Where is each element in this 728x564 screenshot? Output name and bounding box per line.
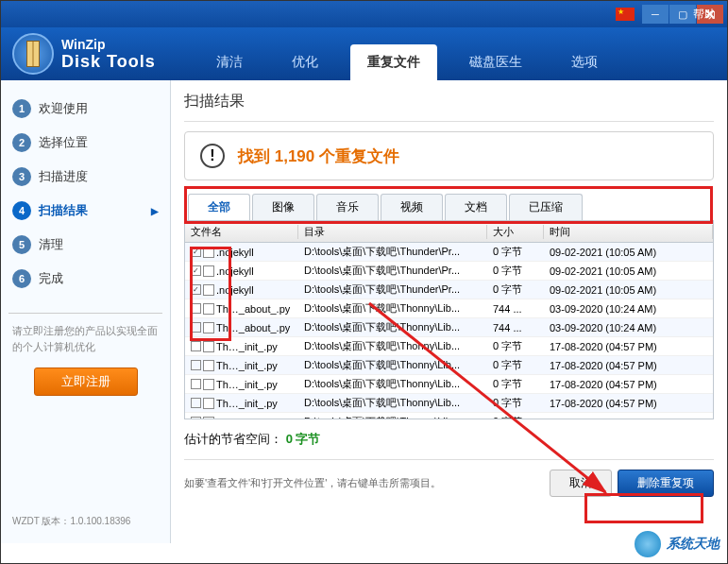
app-window: ─ ▢ ✕ WinZip Disk Tools 清洁优化重复文件磁盘医生选项 帮… — [0, 0, 728, 564]
file-icon — [203, 322, 214, 333]
row-checkbox[interactable] — [191, 303, 201, 314]
step-label: 清理 — [39, 236, 63, 253]
hint-text: 如要'查看文件'和'打开文件位置'，请右键单击所需项目。 — [184, 476, 544, 490]
minimize-button[interactable]: ─ — [642, 5, 669, 24]
row-checkbox[interactable] — [191, 398, 201, 408]
main-tab-3[interactable]: 磁盘医生 — [452, 44, 539, 80]
file-name: Th…_about_.py — [216, 303, 290, 315]
table-row[interactable]: .nojekyllD:\tools\桌面\下载吧\Thunder\Pr...0 … — [185, 243, 713, 262]
content: 扫描结果 ! 找到 1,190 个重复文件 全部图像音乐视频文档已压缩 文件名 … — [171, 80, 727, 543]
filter-tab-0[interactable]: 全部 — [188, 194, 250, 220]
main-tab-1[interactable]: 优化 — [275, 44, 335, 80]
step-label: 扫描结果 — [39, 202, 88, 219]
step-num-icon: 2 — [12, 133, 31, 152]
col-name[interactable]: 文件名 — [185, 225, 298, 239]
divider — [184, 459, 714, 460]
estimate: 估计的节省空间： 0 字节 — [184, 431, 714, 448]
file-size: 0 字节 — [487, 396, 544, 410]
page-title: 扫描结果 — [184, 92, 714, 111]
main-tab-4[interactable]: 选项 — [554, 44, 615, 80]
table-row[interactable]: Th…_init_.pyD:\tools\桌面\下载吧\Thonny\Lib..… — [185, 356, 713, 375]
bottom-bar: 如要'查看文件'和'打开文件位置'，请右键单击所需项目。 取消 删除重复项 — [184, 470, 714, 497]
file-size: 0 字节 — [487, 282, 544, 297]
row-checkbox[interactable] — [191, 265, 201, 276]
file-dir: D:\tools\桌面\下载吧\Thonny\Lib... — [298, 339, 487, 353]
step-label: 选择位置 — [39, 134, 88, 151]
file-time: 17-08-2020 (04:57 PM) — [544, 417, 713, 419]
body: 1欢迎使用2选择位置3扫描进度4扫描结果▶5清理6完成 请立即注册您的产品以实现… — [1, 80, 727, 543]
filter-tab-2[interactable]: 音乐 — [316, 194, 379, 220]
watermark-text: 系统天地 — [667, 536, 720, 553]
logo-line1: WinZip — [61, 37, 156, 52]
register-text: 请立即注册您的产品以实现全面的个人计算机优化 — [8, 323, 162, 354]
file-size: 744 ... — [487, 322, 544, 333]
step-5[interactable]: 5清理 — [8, 228, 162, 262]
table-row[interactable]: Th…_init_.pyD:\tools\桌面\下载吧\Thonny\Lib..… — [185, 413, 713, 419]
file-dir: D:\tools\桌面\下载吧\Thunder\Pr... — [298, 264, 487, 278]
chevron-right-icon: ▶ — [151, 206, 159, 216]
cancel-button[interactable]: 取消 — [550, 470, 612, 497]
step-num-icon: 4 — [12, 201, 31, 220]
col-dir[interactable]: 目录 — [298, 225, 487, 239]
row-checkbox[interactable] — [191, 322, 201, 333]
sidebar: 1欢迎使用2选择位置3扫描进度4扫描结果▶5清理6完成 请立即注册您的产品以实现… — [1, 80, 171, 543]
filter-tabs: 全部图像音乐视频文档已压缩 — [184, 194, 714, 221]
filter-tab-5[interactable]: 已压缩 — [509, 194, 583, 220]
file-name: .nojekyll — [216, 247, 254, 258]
row-checkbox[interactable] — [191, 360, 201, 370]
main-tab-2[interactable]: 重复文件 — [350, 44, 437, 80]
file-icon — [203, 247, 214, 258]
estimate-value: 0 字节 — [286, 432, 321, 446]
help-link[interactable]: 帮助 — [693, 7, 716, 23]
row-checkbox[interactable] — [191, 247, 201, 257]
maximize-button[interactable]: ▢ — [669, 5, 696, 24]
version-label: WZDT 版本：1.0.100.18396 — [8, 511, 162, 532]
main-tab-0[interactable]: 清洁 — [199, 44, 260, 80]
register-button[interactable]: 立即注册 — [34, 367, 138, 396]
step-label: 欢迎使用 — [39, 100, 88, 117]
row-checkbox[interactable] — [191, 417, 201, 419]
row-checkbox[interactable] — [191, 341, 201, 351]
file-name: Th…_init_.py — [216, 341, 278, 352]
col-size[interactable]: 大小 — [487, 225, 544, 239]
file-icon — [203, 284, 214, 296]
file-time: 17-08-2020 (04:57 PM) — [544, 379, 713, 390]
step-4[interactable]: 4扫描结果▶ — [8, 194, 162, 228]
logo-icon — [12, 33, 54, 75]
file-dir: D:\tools\桌面\下载吧\Thunder\Pr... — [298, 245, 487, 259]
step-6[interactable]: 6完成 — [8, 262, 162, 296]
table-row[interactable]: .nojekyllD:\tools\桌面\下载吧\Thunder\Pr...0 … — [185, 281, 713, 299]
file-icon — [203, 360, 214, 371]
table-row[interactable]: .nojekyllD:\tools\桌面\下载吧\Thunder\Pr...0 … — [185, 262, 713, 281]
col-time[interactable]: 时间 — [544, 225, 713, 239]
file-time: 17-08-2020 (04:57 PM) — [544, 360, 713, 371]
table-row[interactable]: Th…_init_.pyD:\tools\桌面\下载吧\Thonny\Lib..… — [185, 375, 713, 394]
file-size: 0 字节 — [487, 415, 544, 419]
filter-tab-4[interactable]: 文档 — [445, 194, 507, 220]
table-row[interactable]: Th…_init_.pyD:\tools\桌面\下载吧\Thonny\Lib..… — [185, 337, 713, 356]
file-time: 09-02-2021 (10:05 AM) — [544, 247, 713, 258]
file-time: 17-08-2020 (04:57 PM) — [544, 341, 713, 352]
file-icon — [203, 417, 214, 419]
file-name: .nojekyll — [216, 265, 254, 277]
flag-cn-icon[interactable] — [616, 8, 635, 21]
file-name: Th…_init_.py — [216, 398, 278, 409]
step-2[interactable]: 2选择位置 — [8, 126, 162, 160]
row-checkbox[interactable] — [191, 379, 201, 389]
titlebar: ─ ▢ ✕ — [1, 1, 727, 27]
table-row[interactable]: Th…_about_.pyD:\tools\桌面\下载吧\Thonny\Lib.… — [185, 318, 713, 337]
delete-duplicates-button[interactable]: 删除重复项 — [618, 470, 714, 497]
step-1[interactable]: 1欢迎使用 — [8, 92, 162, 126]
step-3[interactable]: 3扫描进度 — [8, 160, 162, 194]
filter-tab-3[interactable]: 视频 — [381, 194, 443, 220]
table-header: 文件名 目录 大小 时间 — [185, 222, 713, 243]
table-row[interactable]: Th…_about_.pyD:\tools\桌面\下载吧\Thonny\Lib.… — [185, 299, 713, 318]
file-dir: D:\tools\桌面\下载吧\Thonny\Lib... — [298, 358, 487, 372]
table-body[interactable]: .nojekyllD:\tools\桌面\下载吧\Thunder\Pr...0 … — [185, 243, 713, 419]
filter-tab-1[interactable]: 图像 — [252, 194, 314, 220]
row-checkbox[interactable] — [191, 284, 201, 295]
table-row[interactable]: Th…_init_.pyD:\tools\桌面\下载吧\Thonny\Lib..… — [185, 394, 713, 413]
found-summary: ! 找到 1,190 个重复文件 — [184, 131, 714, 180]
file-time: 17-08-2020 (04:57 PM) — [544, 398, 713, 409]
file-name: Th…_init_.py — [216, 360, 278, 371]
